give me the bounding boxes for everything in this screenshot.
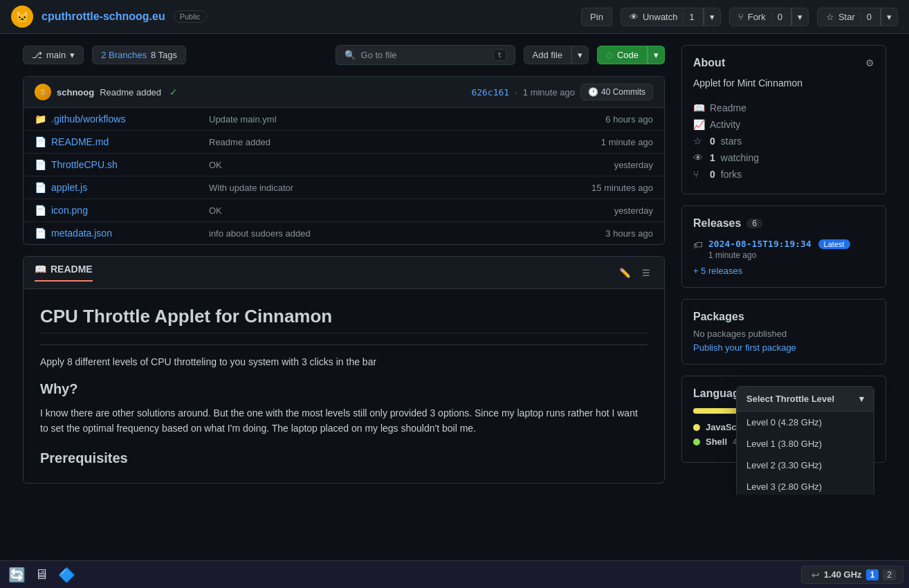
search-icon: 🔍 (345, 50, 356, 60)
releases-count: 6 (746, 219, 762, 228)
activity-icon: 📈 (693, 119, 704, 130)
file-name[interactable]: .github/workflows (51, 113, 203, 125)
commit-header: S schnoog Readme added ✓ 626c161 · 1 min… (24, 77, 664, 108)
about-link-activity[interactable]: 📈 Activity (693, 116, 874, 133)
commit-author-avatar: S (35, 84, 51, 100)
unwatch-split-button[interactable]: ▾ (704, 8, 721, 26)
tag-count: 8 Tags (151, 50, 177, 60)
file-commit-msg: OK (209, 160, 551, 170)
readme-section: 📖 README ✏️ ☰ CPU Throttle Applet for Ci… (23, 256, 665, 484)
star-split-button[interactable]: ▾ (881, 8, 898, 26)
file-commit-msg: With update indicator (209, 183, 551, 193)
table-row: 📄 icon.png OK yesterday (24, 199, 664, 222)
commit-time: 1 minute ago (523, 87, 575, 98)
code-button[interactable]: ◇ Code (597, 46, 648, 64)
shell-lang-name: Shell (706, 437, 727, 447)
add-file-split-button[interactable]: ▾ (571, 46, 589, 64)
left-panel: ⎇ main ▾ 2 Branches 8 Tags 🔍 Go to file … (23, 45, 665, 484)
fork-icon: ⑂ (693, 169, 704, 180)
eye-icon: 👁 (630, 12, 639, 22)
fork-split-button[interactable]: ▾ (791, 8, 809, 26)
toc-readme-button[interactable]: ☰ (639, 265, 653, 281)
top-bar: 🐱 cputhrottle-schnoog.eu Public Pin 👁 Un… (0, 0, 909, 34)
about-link-readme[interactable]: 📖 Readme (693, 100, 874, 116)
star-button[interactable]: ☆ Star 0 (817, 8, 881, 26)
branch-count: 2 Branches (101, 50, 147, 60)
throttle-item-2[interactable]: Level 2 (3.30 GHz) (737, 454, 874, 476)
star-btn-group: ☆ Star 0 ▾ (817, 8, 898, 26)
release-item: 🏷 2024-08-15T19:19:34 Latest 1 minute ag… (693, 238, 874, 260)
add-file-group: Add file ▾ (524, 46, 589, 64)
latest-badge: Latest (818, 239, 850, 249)
repo-name[interactable]: cputhrottle-schnoog.eu (42, 10, 165, 23)
releases-section: Releases 6 🏷 2024-08-15T19:19:34 Latest … (681, 205, 886, 288)
readme-title: CPU Throttle Applet for Cinnamon (40, 306, 648, 333)
release-time: 1 minute ago (708, 250, 874, 260)
table-row: 📁 .github/workflows Update main.yml 6 ho… (24, 108, 664, 131)
edit-readme-button[interactable]: ✏️ (616, 265, 634, 281)
file-name[interactable]: applet.js (51, 182, 203, 193)
commit-right: 626c161 · 1 minute ago 🕐 40 Commits (471, 84, 653, 100)
publish-package-link[interactable]: Publish your first package (693, 342, 796, 353)
file-time: 1 minute ago (556, 137, 653, 147)
star-icon: ☆ (826, 12, 834, 22)
packages-section: Packages No packages published Publish y… (681, 299, 886, 365)
readme-prereq-title: Prerequisites (40, 450, 648, 466)
more-releases-link[interactable]: + 5 releases (693, 266, 874, 276)
file-commit-msg: Readme added (209, 137, 551, 147)
code-split-button[interactable]: ▾ (648, 46, 665, 64)
about-section: About ⚙ Applet for Mint Cinnamon 📖 Readm… (681, 45, 886, 194)
repo-avatar: 🐱 (11, 6, 33, 28)
sub-nav: ⎇ main ▾ 2 Branches 8 Tags 🔍 Go to file … (23, 45, 665, 65)
throttle-dropdown-header: Select Throttle Level ▾ (737, 387, 874, 412)
file-icon: 📄 (35, 159, 46, 170)
commit-author[interactable]: schnoog (57, 87, 94, 98)
branches-tags-button[interactable]: 2 Branches 8 Tags (92, 46, 186, 64)
release-info: 2024-08-15T19:19:34 Latest 1 minute ago (708, 238, 874, 260)
table-row: 📄 README.md Readme added 1 minute ago (24, 131, 664, 154)
about-link-watching[interactable]: 👁 1 watching (693, 149, 874, 166)
releases-header: Releases 6 (693, 217, 874, 230)
add-file-button[interactable]: Add file (524, 46, 571, 64)
about-description: Applet for Mint Cinnamon (693, 77, 874, 89)
about-link-forks[interactable]: ⑂ 0 forks (693, 166, 874, 183)
throttle-item-3[interactable]: Level 3 (2.80 GHz) (737, 476, 874, 495)
commit-hash[interactable]: 626c161 (471, 87, 509, 98)
goto-file-input[interactable]: 🔍 Go to file t (336, 45, 515, 65)
tag-icon: 🏷 (693, 239, 703, 250)
code-btn-group: ◇ Code ▾ (597, 46, 665, 64)
file-time: 6 hours ago (556, 114, 653, 125)
branch-selector[interactable]: ⎇ main ▾ (23, 46, 84, 64)
file-name[interactable]: README.md (51, 136, 203, 147)
readme-why-title: Why? (40, 381, 648, 397)
readme-tab: 📖 README (35, 264, 93, 282)
file-name[interactable]: ThrottleCPU.sh (51, 159, 203, 170)
file-name[interactable]: icon.png (51, 205, 203, 216)
table-row: 📄 ThrottleCPU.sh OK yesterday (24, 154, 664, 176)
readme-content: CPU Throttle Applet for Cinnamon Apply 8… (24, 289, 664, 483)
table-row: 📄 metadata.json info about sudoers added… (24, 222, 664, 244)
about-link-stars[interactable]: ☆ 0 stars (693, 133, 874, 149)
js-lang-dot (693, 424, 700, 431)
pin-button[interactable]: Pin (581, 8, 612, 26)
throttle-item-0[interactable]: Level 0 (4.28 GHz) (737, 412, 874, 433)
unwatch-button[interactable]: 👁 Unwatch 1 (621, 8, 704, 26)
commits-link-button[interactable]: 🕐 40 Commits (580, 84, 653, 100)
file-time: 15 minutes ago (556, 183, 653, 193)
readme-why-body: I know there are other solutions around.… (40, 405, 648, 437)
file-name[interactable]: metadata.json (51, 228, 203, 239)
file-icon: 📄 (35, 228, 46, 239)
throttle-item-1[interactable]: Level 1 (3.80 GHz) (737, 433, 874, 454)
pin-btn-group: Pin (581, 8, 612, 26)
fork-button[interactable]: ⑂ Fork 0 (729, 8, 791, 26)
readme-description: Apply 8 different levels of CPU throttel… (40, 356, 648, 367)
branch-icon: ⎇ (32, 50, 42, 60)
table-row: 📄 applet.js With update indicator 15 min… (24, 176, 664, 199)
packages-title: Packages (693, 311, 874, 323)
packages-none-text: No packages published (693, 329, 874, 339)
gear-icon[interactable]: ⚙ (865, 57, 874, 68)
release-version[interactable]: 2024-08-15T19:19:34 (708, 239, 811, 249)
file-time: 3 hours ago (556, 228, 653, 239)
file-time: yesterday (556, 205, 653, 216)
releases-title[interactable]: Releases (693, 217, 741, 230)
